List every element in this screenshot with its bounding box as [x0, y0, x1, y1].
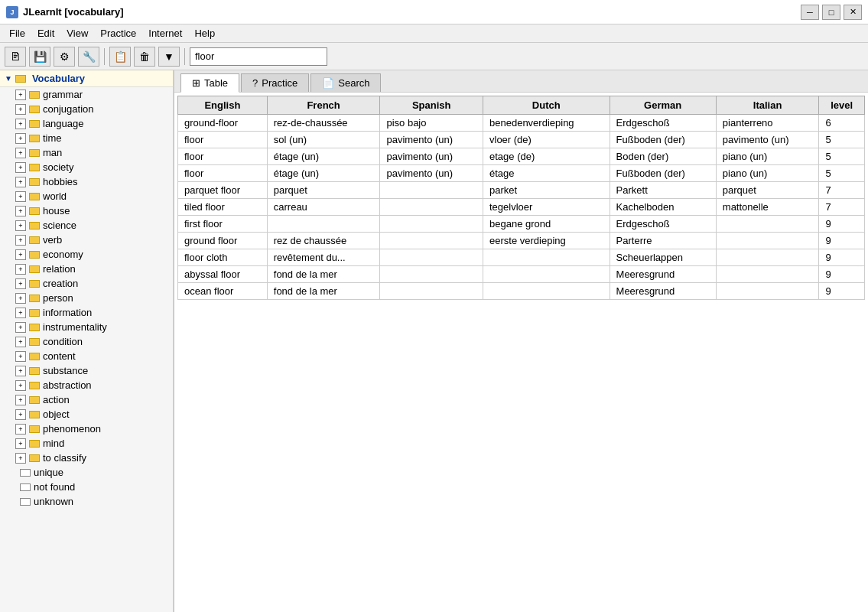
- sidebar-item-house[interactable]: + house: [0, 203, 173, 218]
- sidebar-label-unique: unique: [34, 467, 63, 478]
- cell-french-4: parquet: [267, 182, 380, 199]
- sidebar-item-not-found[interactable]: not found: [0, 480, 173, 494]
- cell-spanish-8: [380, 249, 483, 266]
- cell-french-0: rez-de-chaussée: [267, 115, 380, 132]
- sidebar-item-mind[interactable]: + mind: [0, 436, 173, 451]
- tab-practice[interactable]: ? Practice: [241, 73, 309, 92]
- table-tab-icon: ⊞: [192, 77, 200, 89]
- col-header-level: level: [819, 96, 865, 115]
- sidebar-label-economy: economy: [43, 249, 83, 260]
- window-title: JLearnIt [vocabulary]: [23, 6, 124, 18]
- sidebar-item-grammar[interactable]: + grammar: [0, 87, 173, 102]
- cell-spanish-2: pavimento (un): [380, 148, 483, 165]
- sidebar-item-person[interactable]: + person: [0, 291, 173, 305]
- folder-icon-creation: [29, 280, 40, 288]
- table-row[interactable]: floor clothrevêtement du...Scheuerlappen…: [178, 249, 865, 266]
- col-header-spanish: Spanish: [380, 96, 483, 115]
- sidebar-item-hobbies[interactable]: + hobbies: [0, 174, 173, 189]
- menu-help[interactable]: Help: [188, 26, 221, 41]
- sidebar-item-unknown[interactable]: unknown: [0, 494, 173, 509]
- sidebar-item-content[interactable]: + content: [0, 349, 173, 363]
- table-tab-label: Table: [204, 77, 228, 89]
- cell-spanish-7: [380, 233, 483, 249]
- sidebar-item-substance[interactable]: + substance: [0, 363, 173, 378]
- tab-search[interactable]: 📄 Search: [310, 73, 381, 92]
- table-row[interactable]: ground floorrez de chausséeeerste verdie…: [178, 233, 865, 249]
- sidebar-item-society[interactable]: + society: [0, 160, 173, 174]
- sidebar-item-science[interactable]: + science: [0, 218, 173, 233]
- cell-level-3: 5: [819, 165, 865, 182]
- sidebar-item-conjugation[interactable]: + conjugation: [0, 102, 173, 116]
- cell-french-3: étage (un): [267, 165, 380, 182]
- sidebar-item-relation[interactable]: + relation: [0, 262, 173, 276]
- sidebar-item-object[interactable]: + object: [0, 407, 173, 422]
- table-row[interactable]: ocean floorfond de la merMeeresgrund9: [178, 283, 865, 300]
- menu-file[interactable]: File: [3, 26, 31, 41]
- sidebar-label-action: action: [43, 394, 70, 405]
- tool-button[interactable]: 🔧: [78, 47, 99, 67]
- root-folder-icon: [15, 75, 26, 83]
- table-row[interactable]: parquet floorparquetparketParkettparquet…: [178, 182, 865, 199]
- filter-button[interactable]: ▼: [158, 47, 180, 67]
- sidebar-root-label: Vocabulary: [32, 73, 85, 84]
- sidebar-root-vocabulary[interactable]: ▼ Vocabulary: [0, 70, 173, 87]
- sidebar-item-phenomenon[interactable]: + phenomenon: [0, 422, 173, 436]
- cell-level-2: 5: [819, 148, 865, 165]
- cell-dutch-2: etage (de): [483, 148, 610, 165]
- sidebar-item-creation[interactable]: + creation: [0, 276, 173, 291]
- table-row[interactable]: tiled floorcarreautegelvloerKachelbodenm…: [178, 199, 865, 216]
- settings-button[interactable]: ⚙: [54, 47, 75, 67]
- cell-italian-6: [716, 216, 819, 233]
- delete-button[interactable]: 🗑: [134, 47, 155, 67]
- cell-spanish-9: [380, 266, 483, 283]
- menu-internet[interactable]: Internet: [142, 26, 188, 41]
- search-input[interactable]: [190, 47, 327, 66]
- table-row[interactable]: floorétage (un)pavimento (un)etage (de)B…: [178, 148, 865, 165]
- sidebar-item-condition[interactable]: + condition: [0, 334, 173, 349]
- sidebar-item-instrumentality[interactable]: + instrumentality: [0, 320, 173, 334]
- maximize-button[interactable]: □: [822, 5, 840, 20]
- menu-edit[interactable]: Edit: [31, 26, 60, 41]
- open-button[interactable]: 🖹: [5, 47, 26, 67]
- expand-icon-science: +: [15, 220, 26, 231]
- expand-icon-instrumentality: +: [15, 322, 26, 333]
- sidebar-item-language[interactable]: + language: [0, 116, 173, 131]
- table-row[interactable]: ground-floorrez-de-chausséepiso bajobene…: [178, 115, 865, 132]
- close-button[interactable]: ✕: [844, 5, 862, 20]
- sidebar-item-economy[interactable]: + economy: [0, 247, 173, 262]
- minimize-button[interactable]: ─: [801, 5, 819, 20]
- sidebar-label-information: information: [43, 307, 92, 318]
- menu-view[interactable]: View: [60, 26, 94, 41]
- sidebar-item-man[interactable]: + man: [0, 145, 173, 160]
- menu-practice[interactable]: Practice: [94, 26, 142, 41]
- table-header-row: English French Spanish Dutch German Ital…: [178, 96, 865, 115]
- sidebar-item-abstraction[interactable]: + abstraction: [0, 378, 173, 392]
- search-tab-icon: 📄: [322, 77, 334, 89]
- tab-table[interactable]: ⊞ Table: [180, 73, 239, 93]
- sidebar-item-action[interactable]: + action: [0, 392, 173, 407]
- sidebar-item-time[interactable]: + time: [0, 131, 173, 145]
- cell-french-6: [267, 216, 380, 233]
- main-layout: ▼ Vocabulary + grammar + conjugation + l…: [0, 70, 868, 612]
- sidebar-item-information[interactable]: + information: [0, 305, 173, 320]
- table-row[interactable]: floorétage (un)pavimento (un)étageFußbod…: [178, 165, 865, 182]
- cell-italian-2: piano (un): [716, 148, 819, 165]
- folder-icon-grammar: [29, 91, 40, 99]
- copy-button[interactable]: 📋: [109, 47, 131, 67]
- sidebar-item-to-classify[interactable]: + to classify: [0, 451, 173, 465]
- folder-icon-content: [29, 353, 40, 360]
- sidebar-item-world[interactable]: + world: [0, 189, 173, 203]
- table-row[interactable]: first floorbegane grondErdgeschoß9: [178, 216, 865, 233]
- sidebar-label-world: world: [43, 190, 67, 202]
- sidebar-item-verb[interactable]: + verb: [0, 233, 173, 247]
- expand-icon-language: +: [15, 119, 26, 129]
- table-row[interactable]: abyssal floorfond de la merMeeresgrund9: [178, 266, 865, 283]
- sidebar-item-unique[interactable]: unique: [0, 465, 173, 480]
- expand-icon-society: +: [15, 162, 26, 173]
- cell-italian-5: mattonelle: [716, 199, 819, 216]
- table-row[interactable]: floorsol (un)pavimento (un)vloer (de)Fuß…: [178, 132, 865, 148]
- expand-icon-person: +: [15, 293, 26, 304]
- cell-english-0: ground-floor: [178, 115, 268, 132]
- cell-spanish-0: piso bajo: [380, 115, 483, 132]
- save-button[interactable]: 💾: [29, 47, 50, 67]
